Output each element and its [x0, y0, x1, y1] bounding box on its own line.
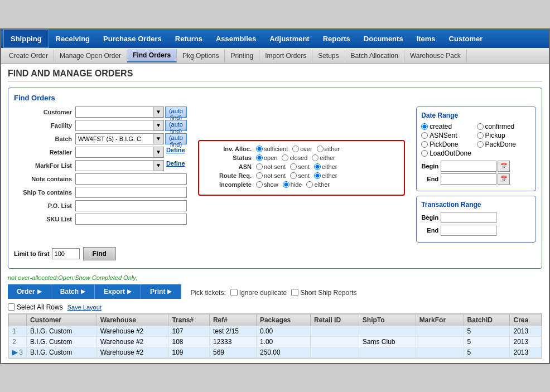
- batch-input[interactable]: WW4FST (5) - B.I.G. C: [75, 133, 153, 144]
- col-header-trans[interactable]: Trans#: [168, 314, 210, 326]
- row-batchid: 5: [464, 347, 510, 357]
- route-sent[interactable]: sent: [290, 172, 310, 179]
- facility-autofind-btn[interactable]: (auto find): [165, 120, 187, 131]
- date-range: Date Range created confirmed ASNSent: [416, 107, 536, 191]
- select-all-label[interactable]: Select All Rows: [8, 303, 63, 311]
- menu-adjustment[interactable]: Adjustment: [263, 30, 316, 47]
- markfor-define-link[interactable]: Define: [166, 160, 185, 171]
- asn-sent[interactable]: sent: [290, 163, 310, 170]
- date-created[interactable]: created: [421, 123, 475, 130]
- sku-input[interactable]: [75, 214, 187, 225]
- status-closed[interactable]: closed: [282, 154, 307, 161]
- batch-autofind-btn[interactable]: (auto find): [165, 133, 187, 144]
- asn-either[interactable]: either: [314, 163, 337, 170]
- submenu-manage-open-order[interactable]: Manage Open Order: [54, 50, 127, 62]
- menu-items[interactable]: Items: [410, 30, 442, 47]
- inv-alloc-either[interactable]: either: [317, 146, 340, 152]
- submenu-pkg-options[interactable]: Pkg Options: [177, 50, 225, 62]
- customer-row: Customer ▼ (auto find): [14, 107, 187, 118]
- retailer-input[interactable]: [75, 147, 153, 158]
- customer-autofind-btn[interactable]: (auto find): [165, 107, 187, 118]
- select-all-checkbox[interactable]: [8, 303, 15, 311]
- date-end-calendar-btn[interactable]: 📅: [498, 173, 510, 185]
- date-pickup[interactable]: Pickup: [477, 132, 531, 139]
- submenu-batch-allocation[interactable]: Batch Allocation: [345, 50, 404, 62]
- asn-radios: not sent sent either: [256, 163, 337, 170]
- asn-row: ASN not sent sent either: [206, 163, 397, 170]
- trans-end-input[interactable]: [441, 225, 496, 236]
- menu-customer[interactable]: Customer: [442, 30, 490, 47]
- col-header-ref[interactable]: Ref#: [209, 314, 256, 326]
- asn-not-sent[interactable]: not sent: [256, 163, 286, 170]
- incomplete-either[interactable]: either: [306, 181, 330, 188]
- date-begin-calendar-btn[interactable]: 📅: [498, 161, 510, 172]
- submenu-setups[interactable]: Setups: [312, 50, 345, 62]
- route-not-sent[interactable]: not sent: [256, 172, 286, 179]
- menu-returns[interactable]: Returns: [168, 30, 209, 47]
- save-layout-link[interactable]: Save Layout: [67, 304, 102, 311]
- menu-purchase-orders[interactable]: Purchase Orders: [97, 30, 168, 47]
- po-row: P.O. List: [14, 200, 187, 211]
- incomplete-show[interactable]: show: [256, 181, 278, 188]
- markfor-dropdown-btn[interactable]: ▼: [153, 160, 164, 171]
- date-end-input[interactable]: [441, 173, 496, 185]
- submenu-create-order[interactable]: Create Order: [3, 50, 54, 62]
- customer-dropdown-btn[interactable]: ▼: [153, 107, 164, 118]
- row-created: 2013: [510, 326, 542, 336]
- col-header-retail-id[interactable]: Retail ID: [311, 314, 359, 326]
- menu-receiving[interactable]: Receiving: [49, 30, 97, 47]
- customer-label: Customer: [14, 109, 75, 115]
- submenu-import-orders[interactable]: Import Orders: [259, 50, 312, 62]
- status-open[interactable]: open: [256, 154, 277, 161]
- menu-reports[interactable]: Reports: [316, 30, 357, 47]
- ignore-duplicate-checkbox[interactable]: [230, 289, 238, 296]
- facility-input[interactable]: [75, 120, 153, 131]
- incomplete-hide[interactable]: hide: [283, 181, 302, 188]
- date-confirmed[interactable]: confirmed: [477, 123, 531, 130]
- order-btn[interactable]: Order ▶: [8, 284, 51, 299]
- col-header-packages[interactable]: Packages: [256, 314, 310, 326]
- table-row[interactable]: ▶ 3 B.I.G. Custom Warehouse #2 109 569 2…: [9, 347, 542, 357]
- menu-documents[interactable]: Documents: [357, 30, 410, 47]
- markfor-input[interactable]: [75, 160, 153, 171]
- customer-input[interactable]: [75, 107, 153, 118]
- print-btn[interactable]: Print ▶: [141, 284, 181, 299]
- col-header-shipto[interactable]: ShipTo: [359, 314, 416, 326]
- date-pickdone[interactable]: PickDone: [421, 141, 475, 148]
- inv-alloc-sufficient[interactable]: sufficient: [256, 146, 288, 152]
- date-packdone[interactable]: PackDone: [477, 141, 531, 148]
- submenu-find-orders[interactable]: Find Orders: [127, 49, 177, 62]
- limit-input[interactable]: 100: [52, 248, 80, 259]
- submenu-warehouse-pack[interactable]: Warehouse Pack: [404, 50, 467, 62]
- date-asnsent[interactable]: ASNSent: [421, 132, 475, 139]
- short-ship-reports-label[interactable]: Short Ship Reports: [291, 289, 356, 297]
- menu-assemblies[interactable]: Assemblies: [209, 30, 263, 47]
- batch-btn[interactable]: Batch ▶: [51, 284, 95, 299]
- po-input[interactable]: [75, 200, 187, 211]
- shipto-input[interactable]: [75, 187, 187, 198]
- submenu-printing[interactable]: Printing: [225, 50, 259, 62]
- find-button[interactable]: Find: [83, 247, 116, 260]
- inv-alloc-over[interactable]: over: [292, 146, 312, 152]
- trans-begin-input[interactable]: [441, 212, 496, 223]
- ignore-duplicate-label[interactable]: Ignore duplicate: [230, 289, 287, 297]
- batch-dropdown-btn[interactable]: ▼: [153, 133, 164, 144]
- retailer-dropdown-btn[interactable]: ▼: [153, 147, 164, 158]
- col-header-created[interactable]: Crea: [510, 314, 542, 326]
- status-either[interactable]: either: [312, 154, 335, 161]
- col-header-warehouse[interactable]: Warehouse: [97, 314, 168, 326]
- retailer-define-link[interactable]: Define: [166, 147, 185, 158]
- app-title[interactable]: Shipping: [3, 30, 49, 48]
- facility-dropdown-btn[interactable]: ▼: [153, 120, 164, 131]
- col-header-batchid[interactable]: BatchID: [464, 314, 510, 326]
- date-loadoutdone[interactable]: LoadOutDone: [421, 149, 475, 157]
- date-begin-input[interactable]: [441, 161, 496, 172]
- table-row[interactable]: 1 B.I.G. Custom Warehouse #2 107 test 2/…: [9, 326, 542, 336]
- table-row[interactable]: 2 B.I.G. Custom Warehouse #2 108 12333 1…: [9, 336, 542, 347]
- col-header-markfor[interactable]: MarkFor: [416, 314, 464, 326]
- export-btn[interactable]: Export ▶: [95, 284, 141, 299]
- route-either[interactable]: either: [314, 172, 337, 179]
- note-input[interactable]: [75, 173, 187, 185]
- short-ship-checkbox[interactable]: [291, 289, 298, 296]
- col-header-customer[interactable]: Customer: [27, 314, 97, 326]
